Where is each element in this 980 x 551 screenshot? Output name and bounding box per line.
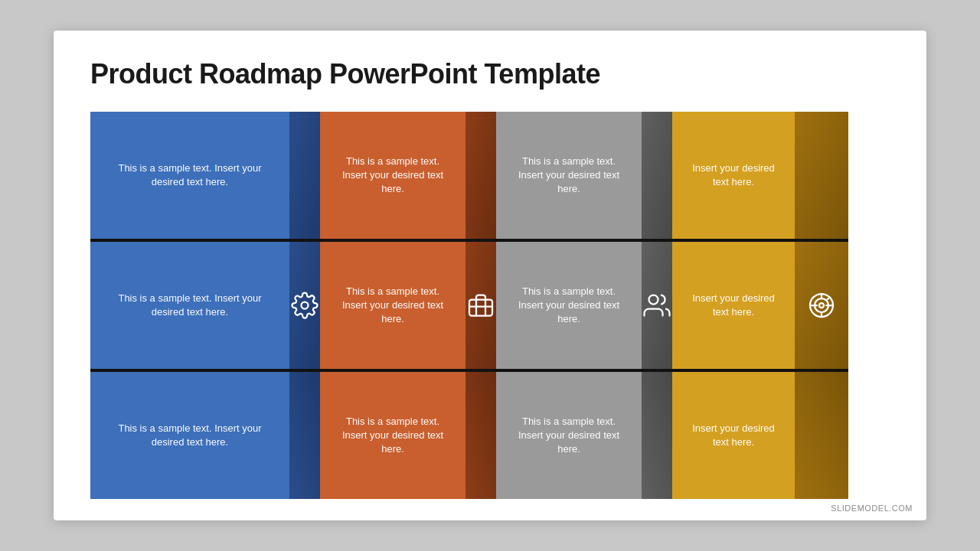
r2-orange-cell: This is a sample text. Insert your desir… xyxy=(320,242,466,369)
r1-gold-fold xyxy=(795,112,848,239)
slide-title: Product Roadmap PowerPoint Template xyxy=(90,58,890,90)
svg-rect-1 xyxy=(469,300,492,316)
r3-gray-cell: This is a sample text. Insert your desir… xyxy=(496,372,642,499)
r2-gold-fold xyxy=(795,242,848,369)
r3-blue-fold xyxy=(289,372,320,499)
r2-blue-text: This is a sample text. Insert your desir… xyxy=(101,285,279,325)
r3-blue-cell: This is a sample text. Insert your desir… xyxy=(90,372,289,499)
r3-gold-cell: Insert your desired text here. xyxy=(672,372,795,499)
r3-gray-fold xyxy=(642,372,672,499)
r1-gray-fold xyxy=(642,112,672,239)
roadmap-grid: This is a sample text. Insert your desir… xyxy=(90,112,890,499)
slide: Product Roadmap PowerPoint Template This… xyxy=(54,31,926,520)
r3-gold-fold xyxy=(795,372,848,499)
r3-gold-text: Insert your desired text here. xyxy=(683,416,784,455)
svg-point-3 xyxy=(649,295,658,305)
r2-gold-text: Insert your desired text here. xyxy=(683,285,784,325)
r2-gold-cell: Insert your desired text here. xyxy=(672,242,795,369)
r2-blue-cell: This is a sample text. Insert your desir… xyxy=(90,242,289,369)
r3-orange-cell: This is a sample text. Insert your desir… xyxy=(320,372,466,499)
svg-point-6 xyxy=(819,303,824,308)
r3-orange-text: This is a sample text. Insert your desir… xyxy=(331,409,455,463)
r3-blue-text: This is a sample text. Insert your desir… xyxy=(101,416,279,455)
r1-orange-cell: This is a sample text. Insert your desir… xyxy=(320,112,466,239)
r2-gray-fold xyxy=(642,242,672,369)
r1-gray-text: This is a sample text. Insert your desir… xyxy=(507,148,631,203)
gear-icon xyxy=(291,292,318,319)
r1-orange-text: This is a sample text. Insert your desir… xyxy=(331,148,455,203)
r1-blue-fold xyxy=(289,112,320,239)
r1-blue-cell: This is a sample text. Insert your desir… xyxy=(90,112,289,239)
r2-gray-text: This is a sample text. Insert your desir… xyxy=(507,279,631,333)
r3-gray-text: This is a sample text. Insert your desir… xyxy=(507,409,631,463)
target-icon xyxy=(808,292,835,319)
svg-point-0 xyxy=(302,302,309,309)
r1-gold-cell: Insert your desired text here. xyxy=(672,112,795,239)
r2-blue-fold xyxy=(289,242,320,369)
r2-gray-cell: This is a sample text. Insert your desir… xyxy=(496,242,642,369)
r1-gold-text: Insert your desired text here. xyxy=(683,155,784,195)
r2-orange-text: This is a sample text. Insert your desir… xyxy=(331,279,455,333)
briefcase-icon xyxy=(467,292,495,319)
credit: SLIDEMODEL.COM xyxy=(831,504,913,513)
r1-orange-fold xyxy=(466,112,496,239)
r2-orange-fold xyxy=(466,242,496,369)
r1-blue-text: This is a sample text. Insert your desir… xyxy=(101,155,279,195)
r3-orange-fold xyxy=(466,372,496,499)
people-icon xyxy=(643,292,671,319)
r1-gray-cell: This is a sample text. Insert your desir… xyxy=(496,112,642,239)
